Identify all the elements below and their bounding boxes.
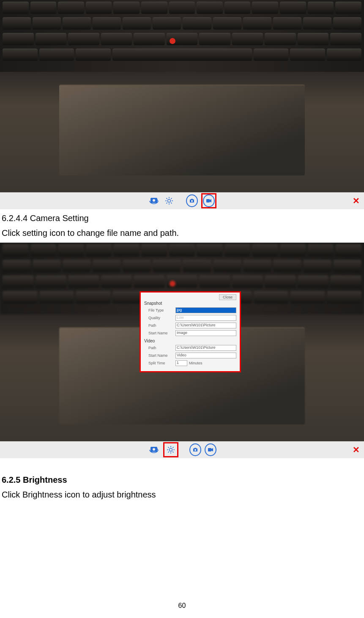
heading-camera-setting: 6.2.4.4 Camera Setting (2, 213, 364, 223)
video-button[interactable] (203, 195, 215, 207)
document-page: ✕ 6.2.4.4 Camera Setting Click setting i… (0, 0, 364, 618)
camera-icon (186, 194, 198, 207)
video-section-title: Video (144, 339, 236, 343)
snapshot-startname-label: Start Name (144, 331, 174, 335)
svg-rect-11 (206, 199, 210, 202)
split-time-select[interactable]: 1 (175, 360, 187, 366)
svg-line-6 (166, 198, 167, 199)
page-number: 60 (0, 602, 364, 610)
video-button-highlighted (201, 193, 216, 208)
snapshot-button-2[interactable] (189, 444, 201, 456)
svg-point-12 (153, 448, 155, 451)
video-path-label: Path (144, 346, 174, 350)
snapshot-section-title: Snapshot (144, 301, 236, 306)
svg-line-7 (171, 202, 172, 203)
camera-preview-2: Close Snapshot File Type jpg Quality Low… (0, 243, 364, 441)
svg-line-9 (171, 198, 172, 199)
svg-rect-23 (208, 448, 211, 451)
rotate-button-2[interactable] (148, 444, 160, 456)
touchpad-illustration (59, 85, 305, 175)
svg-point-22 (194, 449, 196, 451)
snapshot-path-label: Path (144, 323, 174, 328)
file-type-label: File Type (144, 308, 174, 312)
dialog-close-button[interactable]: Close (219, 294, 236, 300)
camera-icon-2 (189, 443, 201, 456)
split-time-label: Split Time (144, 361, 174, 365)
svg-point-13 (169, 448, 172, 451)
video-startname-label: Start Name (144, 353, 174, 358)
snapshot-startname-input[interactable]: Image (175, 330, 236, 336)
video-button-2[interactable] (205, 444, 216, 456)
svg-line-18 (168, 447, 169, 448)
svg-line-8 (166, 202, 167, 203)
quality-select[interactable]: Low (175, 315, 236, 321)
settings-button[interactable] (163, 195, 175, 207)
video-icon-2 (205, 443, 216, 456)
settings-button-2[interactable] (165, 444, 177, 456)
split-time-unit: Minutes (189, 361, 203, 365)
snapshot-button[interactable] (186, 195, 198, 207)
close-icon[interactable]: ✕ (353, 196, 360, 206)
camera-toolbar-1: ✕ (0, 192, 364, 209)
svg-point-1 (167, 200, 170, 202)
trackpoint-icon (170, 38, 175, 44)
keyboard-illustration (0, 0, 364, 72)
video-path-input[interactable]: C:\Users\W101\Picture (175, 345, 236, 351)
snapshot-path-input[interactable]: C:\Users\W101\Picture (175, 323, 236, 328)
camera-toolbar-2: ✕ (0, 441, 364, 458)
text-brightness: Click Brightness icon to adjust brightne… (2, 488, 364, 501)
close-icon-2[interactable]: ✕ (353, 445, 360, 455)
video-icon (203, 194, 215, 207)
svg-point-0 (153, 199, 155, 202)
settings-button-highlighted (163, 442, 178, 457)
quality-label: Quality (144, 316, 174, 320)
heading-brightness: 6.2.5 Brightness (2, 475, 364, 485)
file-type-select[interactable]: jpg (175, 307, 236, 313)
svg-point-10 (191, 200, 193, 202)
svg-line-19 (172, 451, 173, 452)
text-camera-setting: Click setting icon to change file name a… (2, 227, 364, 239)
camera-preview-1 (0, 0, 364, 192)
svg-line-20 (168, 451, 169, 452)
camera-settings-dialog: Close Snapshot File Type jpg Quality Low… (140, 291, 241, 372)
svg-line-21 (172, 447, 173, 448)
video-startname-input[interactable]: Video (175, 353, 236, 358)
rotate-button[interactable] (148, 195, 160, 207)
